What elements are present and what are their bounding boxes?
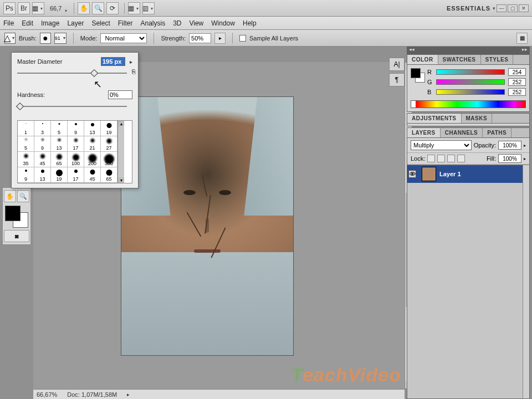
quickmask-toggle[interactable]: ◙ <box>4 230 29 242</box>
brush-preset[interactable]: 65 <box>101 167 117 183</box>
lock-transparency-icon[interactable] <box>427 155 435 162</box>
menu-filter[interactable]: Filter <box>118 19 133 27</box>
screen-mode-icon[interactable]: ▦ <box>128 2 140 14</box>
color-fgbg[interactable] <box>411 68 425 83</box>
brush-picker-toggle[interactable]: 91 <box>54 33 66 44</box>
document-canvas[interactable] <box>121 96 294 356</box>
hardness-slider[interactable] <box>17 103 132 110</box>
status-zoom[interactable]: 66,67% <box>37 391 57 398</box>
brush-preset[interactable]: 17 <box>68 167 84 183</box>
tab-masks[interactable]: MASKS <box>462 114 493 123</box>
fill-arrow-icon[interactable]: ▸ <box>524 156 526 161</box>
zoom-level[interactable]: 66,7 <box>50 5 68 12</box>
diameter-slider[interactable]: ⎘ <box>17 69 132 77</box>
minimize-button[interactable]: — <box>497 4 507 12</box>
type-panel-icon[interactable]: A| <box>389 58 405 71</box>
sample-all-layers-checkbox[interactable] <box>239 35 246 42</box>
tool-preset-icon[interactable]: △ <box>4 33 16 44</box>
brush-preset[interactable]: 45 <box>34 152 51 167</box>
arrange-documents-icon[interactable]: ▦ <box>32 2 44 14</box>
brush-preset[interactable]: 27 <box>101 136 117 152</box>
brush-preset[interactable]: 19 <box>101 121 117 136</box>
r-slider[interactable] <box>436 69 505 75</box>
brush-preset[interactable]: 65 <box>51 152 68 167</box>
brushes-panel-icon[interactable]: ▦ <box>516 33 528 44</box>
color-spectrum[interactable] <box>411 100 526 108</box>
hand-tool-icon[interactable]: ✋ <box>4 190 16 202</box>
b-slider[interactable] <box>436 89 505 95</box>
paragraph-panel-icon[interactable]: ¶ <box>389 73 405 86</box>
tab-styles[interactable]: STYLES <box>481 55 514 64</box>
tab-adjustments[interactable]: ADJUSTMENTS <box>407 114 462 123</box>
lock-all-icon[interactable] <box>457 155 465 162</box>
layer-row[interactable]: 👁 Layer 1 <box>407 165 529 183</box>
layer-thumbnail[interactable] <box>422 167 436 181</box>
master-diameter-input[interactable] <box>101 57 125 66</box>
brush-preset[interactable]: 9 <box>34 136 51 152</box>
workspace-switcher[interactable]: ESSENTIALS▾ <box>447 5 495 12</box>
brush-preset[interactable]: 300 <box>101 152 117 167</box>
brush-preset[interactable]: 9 <box>18 167 34 183</box>
lock-position-icon[interactable] <box>447 155 455 162</box>
menu-window[interactable]: Window <box>211 19 235 27</box>
foreground-color-swatch[interactable] <box>5 206 21 221</box>
brush-preset[interactable]: 13 <box>34 167 51 183</box>
brush-preset[interactable]: 1 <box>18 121 34 136</box>
blend-mode-select[interactable]: Normal <box>100 33 147 43</box>
fill-input[interactable] <box>498 154 521 163</box>
r-input[interactable] <box>508 68 526 76</box>
tab-paths[interactable]: PATHS <box>483 128 511 137</box>
b-input[interactable] <box>508 88 526 96</box>
fgbg-swatches[interactable] <box>5 206 28 228</box>
layer-blend-mode-select[interactable]: Multiply <box>411 140 472 150</box>
opacity-arrow-icon[interactable]: ▸ <box>524 143 526 148</box>
brush-preset[interactable]: 13 <box>84 121 101 136</box>
strength-arrow-icon[interactable]: ▸ <box>214 33 226 44</box>
brush-preset[interactable]: 35 <box>18 152 34 167</box>
opacity-input[interactable] <box>498 141 521 150</box>
tab-swatches[interactable]: SWATCHES <box>438 55 481 64</box>
visibility-toggle-icon[interactable]: 👁 <box>408 170 416 178</box>
menu-select[interactable]: Select <box>91 19 110 27</box>
brush-preset[interactable]: 21 <box>84 136 101 152</box>
expand-icon[interactable]: ▸▸ <box>522 47 528 54</box>
brush-preset[interactable]: 100 <box>68 152 84 167</box>
layer-name[interactable]: Layer 1 <box>439 171 461 177</box>
brush-preset[interactable]: 5 <box>18 136 34 152</box>
zoom-tool-icon[interactable]: 🔍 <box>92 2 104 14</box>
new-preset-icon[interactable]: ⎘ <box>132 68 136 75</box>
hand-tool-icon[interactable]: ✋ <box>78 2 90 14</box>
menu-layer[interactable]: Layer <box>67 19 84 27</box>
menu-analysis[interactable]: Analysis <box>140 19 165 27</box>
collapse-icon[interactable]: ◂◂ <box>409 47 415 54</box>
zoom-tool-icon[interactable]: 🔍 <box>17 190 29 202</box>
tab-channels[interactable]: CHANNELS <box>441 128 483 137</box>
g-input[interactable] <box>508 78 526 86</box>
brush-preview-icon[interactable]: ● <box>40 33 51 44</box>
arrange-icon[interactable]: ▥ <box>142 2 155 14</box>
brush-preset[interactable]: 5 <box>51 121 68 136</box>
hardness-input[interactable] <box>108 90 132 99</box>
brush-preset[interactable]: 3 <box>34 121 51 136</box>
menu-view[interactable]: View <box>189 19 203 27</box>
maximize-button[interactable]: ▢ <box>508 4 518 12</box>
menu-image[interactable]: Image <box>41 19 59 27</box>
menu-file[interactable]: File <box>3 19 14 27</box>
tab-color[interactable]: COLOR <box>407 55 438 64</box>
lock-pixels-icon[interactable] <box>437 155 445 162</box>
brush-preset[interactable]: 200 <box>84 152 101 167</box>
brush-preset[interactable]: 13 <box>51 136 68 152</box>
menu-edit[interactable]: Edit <box>22 19 33 27</box>
close-button[interactable]: ✕ <box>519 4 529 12</box>
menu-3d[interactable]: 3D <box>173 19 181 27</box>
brush-preset[interactable]: 45 <box>84 167 101 183</box>
ps-logo-icon[interactable]: Ps <box>3 2 16 14</box>
layer-scrollbar[interactable] <box>523 165 529 398</box>
menu-help[interactable]: Help <box>243 19 257 27</box>
rotate-view-icon[interactable]: ⟳ <box>106 2 119 14</box>
brush-preset[interactable]: 19 <box>51 167 68 183</box>
brush-preset[interactable]: 9 <box>68 121 84 136</box>
brush-preset[interactable]: 17 <box>68 136 84 152</box>
bridge-icon[interactable]: Br <box>18 2 30 14</box>
status-docinfo[interactable]: Doc: 1,07M/1,58M <box>67 391 117 398</box>
